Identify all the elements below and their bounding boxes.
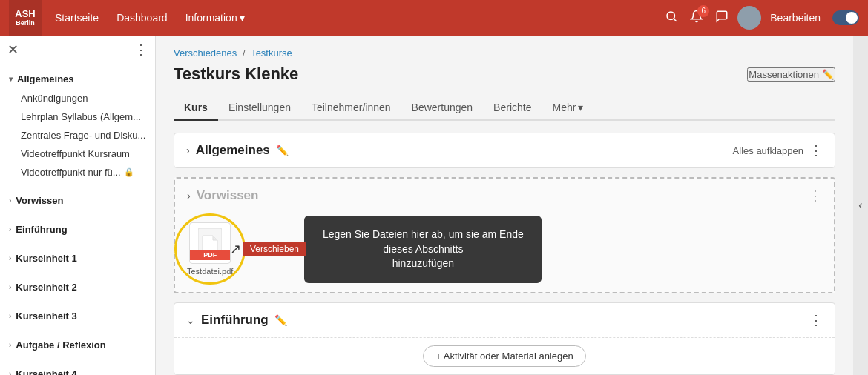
sidebar-section-title-kurseinheit4[interactable]: › Kurseinheit 4: [0, 364, 155, 375]
sidebar-section-kurseinheit4: › Kurseinheit 4: [0, 359, 155, 375]
allgemeines-chevron[interactable]: ›: [186, 145, 190, 156]
notification-badge: 6: [697, 5, 709, 17]
sidebar-item-videotreffpunkt[interactable]: Videotreffpunkt Kursraum: [0, 145, 155, 163]
breadcrumb: Verschiedenes / Testkurse: [174, 47, 835, 59]
einfuhrung-header: ⌄ Einführung ✏️ ⋮: [174, 303, 835, 337]
tab-bewertungen[interactable]: Bewertungen: [401, 96, 484, 121]
allgemeines-section-header: › Allgemeines ✏️ Alles aufklappen ⋮: [174, 133, 835, 167]
tab-teilnehmer[interactable]: Teilnehmer/innen: [301, 96, 401, 121]
sidebar-section-title-aufgabe[interactable]: › Aufgabe / Reflexion: [0, 335, 155, 355]
tab-kurs[interactable]: Kurs: [174, 96, 218, 121]
massenaktionen-button[interactable]: Massenaktionen ✏️: [747, 67, 835, 82]
chevron-down-icon-tab: ▾: [578, 102, 583, 113]
sidebar-section-einfuhrung: › Einführung: [0, 215, 155, 244]
sidebar-item-zentrales[interactable]: Zentrales Frage- und Disku...: [0, 126, 155, 145]
chevron-right-icon-3: ›: [9, 254, 11, 262]
pdf-icon: PDF: [189, 222, 231, 264]
allgemeines-actions: Alles aufklappen ⋮: [733, 142, 823, 159]
einfuhrung-section-card: ⌄ Einführung ✏️ ⋮ + Aktivität oder Mater…: [174, 302, 835, 375]
toggle-knob: [846, 12, 858, 24]
allgemeines-title-row: › Allgemeines ✏️: [186, 143, 289, 158]
pdf-file-item[interactable]: PDF Testdatei.pdf: [187, 222, 233, 276]
nav-links: Startseite Dashboard Information ▾: [47, 9, 252, 27]
sidebar-section-kurseinheit1: › Kurseinheit 1: [0, 244, 155, 273]
verschieben-badge: Verschieben: [243, 242, 306, 256]
chevron-down-icon: ▾: [9, 75, 13, 83]
notifications-button[interactable]: 6: [687, 7, 706, 30]
tab-einstellungen[interactable]: Einstellungen: [218, 96, 301, 121]
sidebar-section-title-vorwissen[interactable]: › Vorwissen: [0, 190, 155, 210]
sidebar-section-kurseinheit3: › Kurseinheit 3: [0, 302, 155, 331]
sidebar-section-allgemeines: ▾ Allgemeines Ankündigungen Lehrplan Syl…: [0, 64, 155, 186]
einfuhrung-dots-menu[interactable]: ⋮: [809, 312, 823, 328]
sidebar-section-aufgabe: › Aufgabe / Reflexion: [0, 331, 155, 359]
sidebar-item-lehrplan[interactable]: Lehrplan Syllabus (Allgem...: [0, 107, 155, 126]
einfuhrung-title: Einführung: [201, 313, 269, 328]
tabs: Kurs Einstellungen Teilnehmer/innen Bewe…: [174, 96, 835, 121]
messages-button[interactable]: [712, 7, 731, 30]
chevron-right-icon-5: ›: [9, 312, 11, 320]
cursor-icon: ↗: [230, 241, 241, 257]
sidebar-section-title-einfuhrung[interactable]: › Einführung: [0, 219, 155, 239]
add-activity-row: + Aktivität oder Material anlegen: [174, 337, 835, 374]
vorwissen-title-row: › Vorwissen: [187, 188, 258, 203]
bearbeiten-label: Bearbeiten: [770, 12, 821, 24]
edit-toggle[interactable]: [832, 10, 859, 25]
sidebar: ✕ ⋮ ▾ Allgemeines Ankündigungen Lehrplan…: [0, 36, 156, 375]
vorwissen-body: PDF Testdatei.pdf ↗ Verschieben Legen Si…: [175, 207, 834, 292]
nav-icons: 6 Bearbeiten: [662, 6, 859, 30]
sidebar-item-ankuendigungen[interactable]: Ankündigungen: [0, 89, 155, 107]
nav-startseite[interactable]: Startseite: [47, 9, 106, 27]
pdf-type-label: PDF: [190, 250, 230, 260]
chevron-right-icon-7: ›: [9, 370, 11, 375]
avatar[interactable]: [737, 6, 761, 30]
right-collapse-button[interactable]: ‹: [853, 36, 868, 375]
lock-icon: 🔒: [124, 167, 134, 177]
vorwissen-dots-menu[interactable]: ⋮: [809, 188, 822, 204]
allgemeines-edit-icon[interactable]: ✏️: [276, 145, 289, 156]
vorwissen-chevron[interactable]: ›: [187, 190, 191, 202]
sidebar-section-title-kurseinheit1[interactable]: › Kurseinheit 1: [0, 248, 155, 268]
logo: ASH Berlin: [9, 0, 42, 36]
chevron-right-icon: ›: [9, 196, 11, 205]
sidebar-section-title-kurseinheit2[interactable]: › Kurseinheit 2: [0, 277, 155, 297]
vorwissen-title: Vorwissen: [197, 188, 259, 203]
sidebar-menu-button[interactable]: ⋮: [134, 42, 148, 58]
vorwissen-header: › Vorwissen ⋮: [175, 179, 834, 207]
allgemeines-title: Allgemeines: [196, 143, 270, 158]
move-indicator: ↗ Verschieben: [230, 241, 306, 257]
chevron-right-icon-4: ›: [9, 283, 11, 291]
top-navigation: ASH Berlin Startseite Dashboard Informat…: [0, 0, 868, 36]
allgemeines-dots-menu[interactable]: ⋮: [809, 142, 823, 159]
sidebar-header: ✕ ⋮: [0, 36, 155, 64]
page-title-row: Testkurs Klenke Massenaktionen ✏️: [174, 64, 835, 84]
vorwissen-drag-section: › Vorwissen ⋮: [174, 177, 835, 293]
sidebar-section-title-allgemeines[interactable]: ▾ Allgemeines: [0, 69, 155, 89]
add-activity-button[interactable]: + Aktivität oder Material anlegen: [423, 345, 585, 367]
sidebar-section-kurseinheit2: › Kurseinheit 2: [0, 273, 155, 302]
breadcrumb-testkurse[interactable]: Testkurse: [251, 47, 292, 59]
nav-information[interactable]: Information ▾: [178, 9, 252, 27]
tab-mehr[interactable]: Mehr ▾: [542, 96, 594, 121]
tab-berichte[interactable]: Berichte: [483, 96, 542, 121]
einfuhrung-title-row: ⌄ Einführung ✏️: [186, 313, 287, 328]
allgemeines-section-card: › Allgemeines ✏️ Alles aufklappen ⋮: [174, 133, 835, 168]
sidebar-section-vorwissen: › Vorwissen: [0, 186, 155, 215]
drop-tooltip: Legen Sie Dateien hier ab, um sie am End…: [304, 216, 542, 283]
alles-aufklappen-button[interactable]: Alles aufklappen: [733, 145, 803, 156]
sidebar-section-title-kurseinheit3[interactable]: › Kurseinheit 3: [0, 306, 155, 326]
sidebar-close-button[interactable]: ✕: [7, 42, 19, 58]
einfuhrung-edit-icon[interactable]: ✏️: [274, 314, 287, 326]
chevron-right-icon-6: ›: [9, 341, 11, 349]
search-button[interactable]: [662, 7, 681, 30]
breadcrumb-verschiedenes[interactable]: Verschiedenes: [174, 47, 237, 59]
einfuhrung-chevron[interactable]: ⌄: [186, 314, 195, 326]
page-title: Testkurs Klenke: [174, 64, 298, 84]
sidebar-item-videotreffpunkt-nur[interactable]: Videotreffpunkt nur fü... 🔒: [0, 163, 155, 182]
svg-point-0: [667, 12, 675, 20]
main-content: Verschiedenes / Testkurse Testkurs Klenk…: [156, 36, 853, 375]
pencil-icon: ✏️: [822, 69, 834, 80]
pdf-drag-item: PDF Testdatei.pdf ↗ Verschieben: [187, 222, 233, 276]
nav-dashboard[interactable]: Dashboard: [109, 9, 175, 27]
svg-line-1: [674, 19, 677, 21]
